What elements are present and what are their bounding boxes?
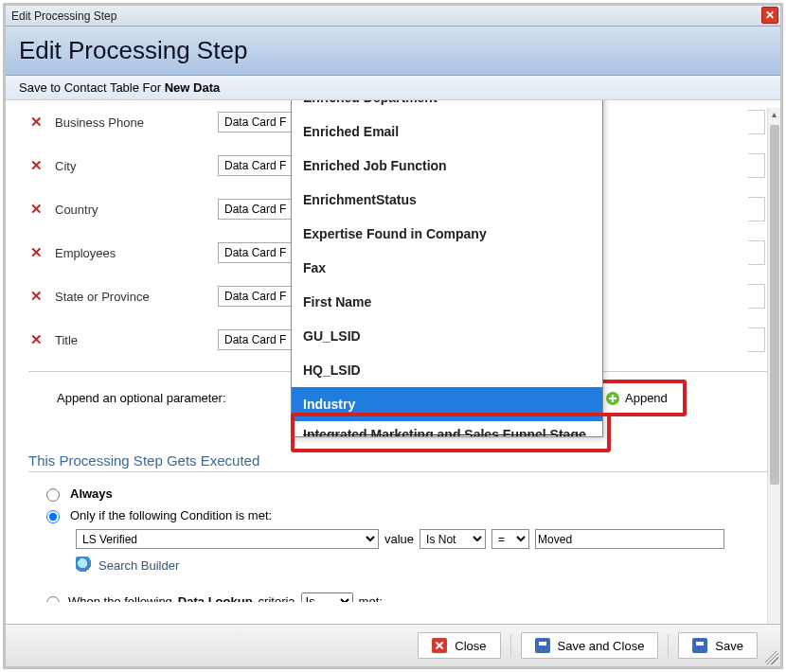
dd-item-selected[interactable]: Industry xyxy=(292,387,602,421)
lookup-bold: Data Lookup xyxy=(178,594,253,602)
dd-item[interactable]: Fax xyxy=(292,251,602,285)
radio-always-label: Always xyxy=(70,486,113,501)
scrollbar-thumb[interactable] xyxy=(770,125,779,485)
dd-item[interactable]: Enriched Email xyxy=(292,115,602,149)
field-end-box xyxy=(748,327,765,352)
delete-field-button[interactable]: ✕ xyxy=(28,331,44,348)
save-close-button[interactable]: Save and Close xyxy=(521,632,659,659)
condition-field-select[interactable]: LS Verified xyxy=(76,529,379,549)
search-builder-icon xyxy=(76,557,93,574)
exec-section-title: This Processing Step Gets Executed xyxy=(28,452,769,472)
dd-item[interactable]: Expertise Found in Company xyxy=(292,217,602,251)
radio-always-input[interactable] xyxy=(46,488,60,502)
field-label: Country xyxy=(55,203,206,217)
radio-condition-label: Only if the following Condition is met: xyxy=(70,508,272,522)
field-end-box xyxy=(748,110,765,134)
save-button[interactable]: Save xyxy=(678,632,758,659)
page-title: Edit Processing Step xyxy=(19,36,767,65)
radio-condition-input[interactable] xyxy=(46,510,60,523)
radio-condition[interactable]: Only if the following Condition is met: xyxy=(42,507,756,523)
subheader-text: Save to Contact Table For xyxy=(19,80,165,95)
scroll-up-icon[interactable]: ▴ xyxy=(768,108,780,121)
search-builder-link[interactable]: Search Builder xyxy=(76,557,769,574)
field-end-box xyxy=(748,240,765,265)
delete-field-button[interactable]: ✕ xyxy=(28,157,44,174)
content-area: Enriched Department Enriched Email Enric… xyxy=(6,100,780,602)
save-icon xyxy=(535,638,550,653)
field-label: State or Province xyxy=(55,290,206,304)
append-button-label: Append xyxy=(625,391,668,405)
condition-op1-select[interactable]: Is Not xyxy=(420,529,486,549)
field-type-dropdown[interactable]: Enriched Department Enriched Email Enric… xyxy=(291,100,603,437)
field-label: Title xyxy=(55,333,206,347)
delete-field-button[interactable]: ✕ xyxy=(28,201,44,218)
close-button-label: Close xyxy=(455,639,486,653)
condition-op2-select[interactable]: = xyxy=(491,529,529,549)
window-title: Edit Processing Step xyxy=(11,9,116,23)
field-end-box xyxy=(748,197,765,221)
separator xyxy=(510,634,511,657)
plus-icon xyxy=(606,392,619,405)
dd-item[interactable]: Enriched Job Function xyxy=(292,149,602,183)
close-icon xyxy=(432,638,447,653)
window-close-button[interactable]: ✕ xyxy=(761,7,778,24)
radio-lookup[interactable]: When the following Data Lookup criteria … xyxy=(42,592,756,602)
delete-field-button[interactable]: ✕ xyxy=(28,288,44,305)
dd-item[interactable]: First Name xyxy=(292,285,602,319)
delete-field-button[interactable]: ✕ xyxy=(28,114,44,131)
window-titlebar: Edit Processing Step ✕ xyxy=(6,6,780,27)
scrollbar[interactable]: ▴ xyxy=(767,108,780,624)
field-end-box xyxy=(748,153,765,178)
dd-item[interactable]: EnrichmentStatus xyxy=(292,183,602,217)
field-label: City xyxy=(55,159,206,173)
append-label: Append an optional parameter: xyxy=(57,391,294,405)
field-end-box xyxy=(748,284,765,309)
dd-item[interactable]: HQ_LSID xyxy=(292,353,602,387)
header: Edit Processing Step xyxy=(6,27,780,76)
lookup-op-select[interactable]: Is xyxy=(301,592,353,602)
lookup-suffix: criteria xyxy=(259,594,295,602)
close-button[interactable]: Close xyxy=(418,632,500,659)
search-builder-label: Search Builder xyxy=(98,558,179,573)
lookup-met: met: xyxy=(359,594,383,602)
separator xyxy=(668,634,669,657)
field-label: Business Phone xyxy=(55,115,206,130)
condition-value-input[interactable] xyxy=(535,529,724,549)
condition-row: LS Verified value Is Not = xyxy=(76,529,769,549)
lookup-prefix: When the following xyxy=(68,594,172,602)
dd-item[interactable]: Enriched Department xyxy=(292,100,602,115)
radio-always[interactable]: Always xyxy=(42,486,756,502)
footer: Close Save and Close Save xyxy=(6,624,780,666)
save-icon xyxy=(692,638,707,653)
delete-field-button[interactable]: ✕ xyxy=(28,244,44,261)
dd-item[interactable]: Integrated Marketing and Sales Funnel St… xyxy=(292,421,602,436)
radio-lookup-input[interactable] xyxy=(46,596,60,602)
field-label: Employees xyxy=(55,246,206,260)
save-close-button-label: Save and Close xyxy=(558,639,645,653)
dd-item[interactable]: GU_LSID xyxy=(292,319,602,353)
subheader-bold: New Data xyxy=(165,80,221,95)
cond-value-label: value xyxy=(384,532,414,546)
resize-grip-icon[interactable] xyxy=(765,651,778,664)
subheader: Save to Contact Table For New Data xyxy=(6,76,780,100)
save-button-label: Save xyxy=(715,639,743,653)
